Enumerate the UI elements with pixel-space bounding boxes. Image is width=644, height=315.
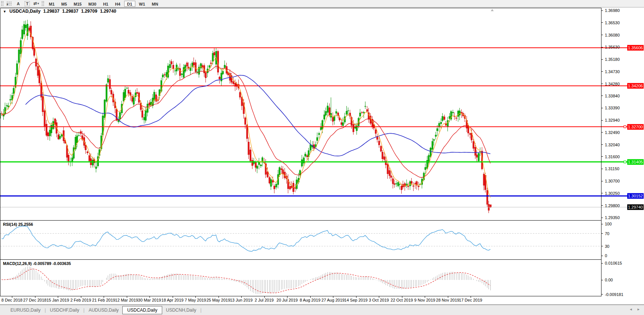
price-tick: 1.29350 (605, 215, 620, 220)
tab-eurusd[interactable]: EURUSD,Daily (7, 306, 44, 314)
date-tick-label: 18 Apr 2019 (161, 298, 183, 302)
macd-tick: 0.010615 (605, 261, 622, 265)
date-tick-label: 17 Dec 2019 (459, 298, 482, 302)
price-tick: 1.34730 (605, 69, 620, 74)
price-tick: 1.31600 (605, 155, 620, 159)
price-tick: 1.35180 (605, 57, 620, 62)
ohlc-high: 1.29837 (62, 9, 78, 14)
macd-tick: 0.00 (605, 278, 613, 282)
tab-usdcad[interactable]: USDCAD,Daily (122, 306, 162, 314)
macd-tick: -0.009181 (605, 292, 623, 297)
price-tick: 1.32940 (605, 118, 620, 122)
macd-values: -0.005789 -0.003635 (33, 261, 71, 266)
rsi-name: RSI(14) (3, 222, 17, 227)
rsi-value: 25.2556 (18, 222, 33, 227)
date-tick-label: 25 May 2019 (207, 298, 230, 302)
rsi-tick: 100 (605, 222, 612, 226)
hline-price-chip: 1.35606 (627, 45, 644, 51)
price-tick: 1.33390 (605, 106, 620, 110)
date-tick-label: 2 Jul 2019 (255, 298, 274, 302)
price-tick: 1.32040 (605, 143, 620, 147)
tab-scroll-left-icon[interactable]: ◂ (628, 307, 634, 311)
date-tick-label: 20 Jul 2019 (277, 298, 298, 302)
macd-indicator-label: MACD(12,26,9) -0.005789 -0.003635 (3, 261, 71, 266)
macd-name: MACD(12,26,9) (3, 261, 32, 266)
chart-title: ▼ USDCAD,Daily 1.29837 1.29837 1.29709 1… (3, 9, 118, 14)
current-price-chip: 1.29740 (627, 205, 644, 210)
tab-separator: | (200, 308, 202, 313)
date-tick-label: 27 Aug 2019 (321, 298, 345, 302)
date-tick-label: 21 Feb 2019 (92, 298, 115, 302)
date-tick-label: 8 Aug 2019 (300, 298, 321, 302)
date-tick-label: 30 Mar 2019 (138, 298, 161, 302)
price-tick: 1.36530 (605, 21, 620, 25)
date-tick-label: 8 Dec 2018 (1, 298, 22, 302)
date-tick-label: 22 Oct 2019 (391, 298, 413, 302)
date-tick-label: 15 Jan 2019 (47, 298, 69, 302)
hline-price-chip: 1.32700 (627, 124, 644, 130)
price-tick: 1.30250 (605, 191, 620, 196)
tab-scroll-arrows: ◂ ▸ (628, 307, 642, 312)
date-tick-label: 28 Nov 2019 (436, 298, 459, 302)
rsi-tick: 0 (605, 253, 607, 258)
date-tick-label: 12 Mar 2019 (115, 298, 138, 302)
hline-price-chip: 1.30152 (627, 193, 644, 199)
chart-symbol-period: USDCAD,Daily (9, 9, 40, 14)
price-tick: 1.34280 (605, 82, 620, 86)
hline-price-chip: 1.31405 (627, 159, 644, 165)
date-tick-label: 7 May 2019 (185, 298, 206, 302)
tab-audusd[interactable]: AUDUSD,Daily (85, 306, 123, 314)
ohlc-open: 1.29837 (43, 9, 59, 14)
date-tick-label: 27 Dec 2018 (23, 298, 46, 302)
tab-usdchf[interactable]: USDCHF,Daily (46, 306, 83, 314)
chart-tab-bar: EURUSD,Daily|USDCHF,Daily|AUDUSD,DailyUS… (0, 305, 644, 315)
tab-usdcnh[interactable]: USDCNH,Daily (162, 306, 200, 314)
chart-title-dropdown-icon[interactable]: ▼ (3, 10, 6, 13)
price-tick: 1.32490 (605, 130, 620, 135)
price-tick: 1.36080 (605, 33, 620, 37)
price-tick: 1.29800 (605, 203, 620, 208)
price-tick: 1.36980 (605, 8, 620, 13)
trading-platform-window: FAT⇄▾ M1M5M15M30H1H4D1W1MN ▼ USDCAD,Dail… (0, 0, 644, 315)
date-tick-label: 13 Jun 2019 (230, 298, 253, 302)
date-tick-label: 2 Feb 2019 (70, 298, 91, 302)
price-tick: 1.35630 (605, 45, 620, 49)
price-tick: 1.33840 (605, 94, 620, 98)
chart-canvas[interactable] (0, 0, 644, 315)
rsi-tick: 70 (605, 231, 609, 236)
tab-scroll-right-icon[interactable]: ▸ (635, 307, 642, 311)
rsi-tick: 30 (605, 244, 609, 249)
ohlc-close: 1.29740 (100, 9, 116, 14)
hline-price-chip: 1.34206 (627, 83, 644, 88)
date-tick-label: 14 Sep 2019 (344, 298, 367, 302)
date-tick-label: 9 Nov 2019 (414, 298, 435, 302)
date-tick-label: 3 Oct 2019 (369, 298, 389, 302)
price-tick: 1.31150 (605, 166, 619, 171)
price-tick: 1.30700 (605, 179, 620, 183)
ohlc-low: 1.29709 (81, 9, 97, 14)
rsi-indicator-label: RSI(14) 25.2556 (3, 222, 33, 227)
